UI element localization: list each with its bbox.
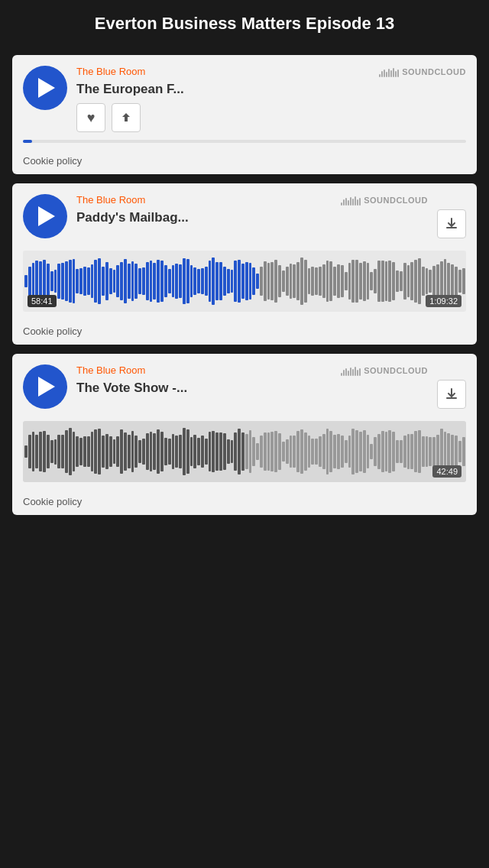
soundcloud-wave-icon-3 xyxy=(341,365,361,376)
cookie-policy-2[interactable]: Cookie policy xyxy=(12,319,477,345)
soundcloud-logo-1: SOUNDCLOUD xyxy=(379,66,466,77)
channel-link-1[interactable]: The Blue Room xyxy=(76,66,145,77)
heart-button-1[interactable]: ♥ xyxy=(76,103,105,132)
channel-link-2[interactable]: The Blue Room xyxy=(76,194,145,206)
soundcloud-logo-3: SOUNDCLOUD xyxy=(341,365,428,376)
download-icon-2 xyxy=(445,217,458,231)
play-icon-1 xyxy=(38,78,55,98)
track-title-3: The Vote Show -... xyxy=(76,381,428,396)
download-button-2[interactable] xyxy=(437,209,466,238)
time-end-3: 42:49 xyxy=(432,465,461,478)
share-icon-1 xyxy=(120,112,132,124)
download-button-3[interactable] xyxy=(437,380,466,409)
soundcloud-wave-icon-1 xyxy=(379,66,399,77)
page-title: Everton Business Matters Episode 13 xyxy=(0,0,489,47)
track-title-2: Paddy's Mailbag... xyxy=(76,210,428,225)
track-title-1: The European F... xyxy=(76,82,466,97)
card-1: The Blue Room SO xyxy=(12,55,477,174)
soundcloud-text-2: SOUNDCLOUD xyxy=(364,196,428,205)
waveform-3[interactable]: 42:49 xyxy=(23,421,466,482)
play-button-1[interactable] xyxy=(23,66,67,110)
play-icon-3 xyxy=(38,377,55,397)
card-2: The Blue Room SO xyxy=(12,183,477,345)
play-icon-2 xyxy=(38,206,55,226)
progress-bar-1[interactable] xyxy=(23,140,466,143)
download-icon-3 xyxy=(445,387,458,401)
cookie-policy-3[interactable]: Cookie policy xyxy=(12,490,477,515)
cards-container: The Blue Room SO xyxy=(0,47,489,523)
time-start-2: 58:41 xyxy=(28,295,57,307)
card-info-1: The Blue Room SO xyxy=(76,66,466,132)
time-end-2: 1:09:32 xyxy=(426,295,461,307)
waveform-2[interactable]: 58:41 1:09:32 xyxy=(23,251,466,312)
waveform-bars-3 xyxy=(23,421,466,482)
play-button-2[interactable] xyxy=(23,194,67,238)
card-3: The Blue Room SO xyxy=(12,354,477,515)
soundcloud-logo-2: SOUNDCLOUD xyxy=(341,195,428,206)
cookie-policy-1[interactable]: Cookie policy xyxy=(12,149,477,174)
progress-fill-1 xyxy=(23,140,32,143)
card-info-3: The Blue Room SO xyxy=(76,364,428,396)
play-button-3[interactable] xyxy=(23,364,67,409)
soundcloud-text-3: SOUNDCLOUD xyxy=(364,366,428,375)
waveform-bars-2 xyxy=(23,251,466,312)
share-button-1[interactable] xyxy=(112,103,141,132)
soundcloud-wave-icon-2 xyxy=(341,195,361,206)
channel-link-3[interactable]: The Blue Room xyxy=(76,364,145,376)
card-info-2: The Blue Room SO xyxy=(76,194,428,225)
soundcloud-text-1: SOUNDCLOUD xyxy=(402,67,466,76)
